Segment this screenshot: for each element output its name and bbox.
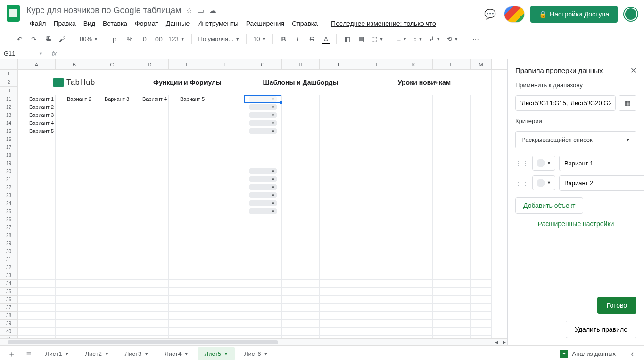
cell-E27[interactable] bbox=[169, 223, 206, 231]
cell-E32[interactable] bbox=[169, 263, 206, 272]
cell-G32[interactable] bbox=[244, 263, 282, 272]
cell-D15[interactable] bbox=[131, 127, 169, 135]
range-input[interactable] bbox=[515, 95, 616, 111]
cell-B32[interactable] bbox=[56, 263, 93, 272]
cell-B36[interactable] bbox=[56, 296, 93, 304]
cell-H36[interactable] bbox=[282, 296, 320, 304]
cell-L33[interactable] bbox=[433, 272, 471, 280]
dropdown-chip[interactable]: ▼ bbox=[249, 208, 277, 214]
cell-J31[interactable] bbox=[357, 255, 395, 263]
cell-E20[interactable] bbox=[169, 167, 206, 175]
cell-F23[interactable] bbox=[206, 191, 244, 199]
row-header-31[interactable]: 31 bbox=[0, 255, 18, 263]
dropdown-chip[interactable]: ▼ bbox=[249, 120, 277, 126]
cell-E13[interactable] bbox=[169, 111, 206, 119]
cell-L19[interactable] bbox=[433, 159, 471, 167]
cell-K40[interactable] bbox=[395, 328, 433, 336]
cell-C11[interactable]: Вариант 3 bbox=[93, 95, 131, 103]
cell-I30[interactable] bbox=[320, 247, 357, 255]
cell-E28[interactable] bbox=[169, 231, 206, 239]
cell-E21[interactable] bbox=[169, 175, 206, 183]
row-header-39[interactable]: 39 bbox=[0, 320, 18, 328]
cell-M38[interactable] bbox=[471, 312, 492, 320]
select-all-corner[interactable] bbox=[0, 59, 18, 69]
cell-A28[interactable] bbox=[18, 231, 56, 239]
add-sheet-button[interactable]: ＋ bbox=[5, 347, 19, 361]
cell-M28[interactable] bbox=[471, 231, 492, 239]
cell-K23[interactable] bbox=[395, 191, 433, 199]
cell-E34[interactable] bbox=[169, 280, 206, 288]
cell-D19[interactable] bbox=[131, 159, 169, 167]
cell-M12[interactable] bbox=[471, 103, 492, 111]
col-header-J[interactable]: J bbox=[357, 59, 395, 69]
drag-handle-icon[interactable]: ⋮⋮ bbox=[515, 179, 528, 187]
cell-G34[interactable] bbox=[244, 280, 282, 288]
row-header-18[interactable]: 18 bbox=[0, 151, 18, 159]
cell-D24[interactable] bbox=[131, 199, 169, 207]
cell-L16[interactable] bbox=[433, 135, 471, 143]
cell-I33[interactable] bbox=[320, 272, 357, 280]
cell-B15[interactable] bbox=[56, 127, 93, 135]
row-header-27[interactable]: 27 bbox=[0, 223, 18, 231]
cell-H26[interactable] bbox=[282, 215, 320, 223]
cell-G37[interactable] bbox=[244, 304, 282, 312]
option-input-0[interactable] bbox=[559, 156, 644, 171]
row-header-19[interactable]: 19 bbox=[0, 159, 18, 167]
col-header-A[interactable]: A bbox=[18, 59, 56, 69]
cell-F36[interactable] bbox=[206, 296, 244, 304]
font-size-select[interactable]: 10▼ bbox=[250, 35, 269, 42]
cell-E17[interactable] bbox=[169, 143, 206, 151]
cell-K26[interactable] bbox=[395, 215, 433, 223]
cell-L22[interactable] bbox=[433, 183, 471, 191]
cell-E36[interactable] bbox=[169, 296, 206, 304]
text-color-button[interactable]: A bbox=[319, 33, 332, 45]
cell-C12[interactable] bbox=[93, 103, 131, 111]
cell-M25[interactable] bbox=[471, 207, 492, 215]
delete-rule-button[interactable]: Удалить правило bbox=[566, 321, 636, 338]
cell-I34[interactable] bbox=[320, 280, 357, 288]
cell-K25[interactable] bbox=[395, 207, 433, 215]
cell-J37[interactable] bbox=[357, 304, 395, 312]
option-input-1[interactable] bbox=[559, 175, 644, 191]
cell-M36[interactable] bbox=[471, 296, 492, 304]
cell-B18[interactable] bbox=[56, 151, 93, 159]
cell-F30[interactable] bbox=[206, 247, 244, 255]
cell-L32[interactable] bbox=[433, 263, 471, 272]
cell-E22[interactable] bbox=[169, 183, 206, 191]
menu-Правка[interactable]: Правка bbox=[50, 18, 79, 29]
row-header-24[interactable]: 24 bbox=[0, 199, 18, 207]
cell-H20[interactable] bbox=[282, 167, 320, 175]
cell-F15[interactable] bbox=[206, 127, 244, 135]
cell-C19[interactable] bbox=[93, 159, 131, 167]
cell-C39[interactable] bbox=[93, 320, 131, 328]
cell-D29[interactable] bbox=[131, 239, 169, 247]
row-header-36[interactable]: 36 bbox=[0, 296, 18, 304]
cell-K19[interactable] bbox=[395, 159, 433, 167]
cell-B22[interactable] bbox=[56, 183, 93, 191]
row-header-33[interactable]: 33 bbox=[0, 272, 18, 280]
cell-C15[interactable] bbox=[93, 127, 131, 135]
cell-C13[interactable] bbox=[93, 111, 131, 119]
cell-I18[interactable] bbox=[320, 151, 357, 159]
cell-M40[interactable] bbox=[471, 328, 492, 336]
cell-J38[interactable] bbox=[357, 312, 395, 320]
col-header-B[interactable]: B bbox=[56, 59, 93, 69]
cell-G33[interactable] bbox=[244, 272, 282, 280]
cell-A30[interactable] bbox=[18, 247, 56, 255]
cell-J22[interactable] bbox=[357, 183, 395, 191]
cell-E38[interactable] bbox=[169, 312, 206, 320]
cell-M37[interactable] bbox=[471, 304, 492, 312]
cell-A31[interactable] bbox=[18, 255, 56, 263]
cell-B20[interactable] bbox=[56, 167, 93, 175]
cell-J28[interactable] bbox=[357, 231, 395, 239]
cell-B11[interactable]: Вариант 2 bbox=[56, 95, 93, 103]
cell-A11[interactable]: Вариант 1 bbox=[18, 95, 56, 103]
cell-E24[interactable] bbox=[169, 199, 206, 207]
cell-H38[interactable] bbox=[282, 312, 320, 320]
cell-M30[interactable] bbox=[471, 247, 492, 255]
cell-I20[interactable] bbox=[320, 167, 357, 175]
cell-C18[interactable] bbox=[93, 151, 131, 159]
cell-I32[interactable] bbox=[320, 263, 357, 272]
cell-L40[interactable] bbox=[433, 328, 471, 336]
share-button[interactable]: 🔒 Настройки Доступа bbox=[530, 6, 618, 23]
